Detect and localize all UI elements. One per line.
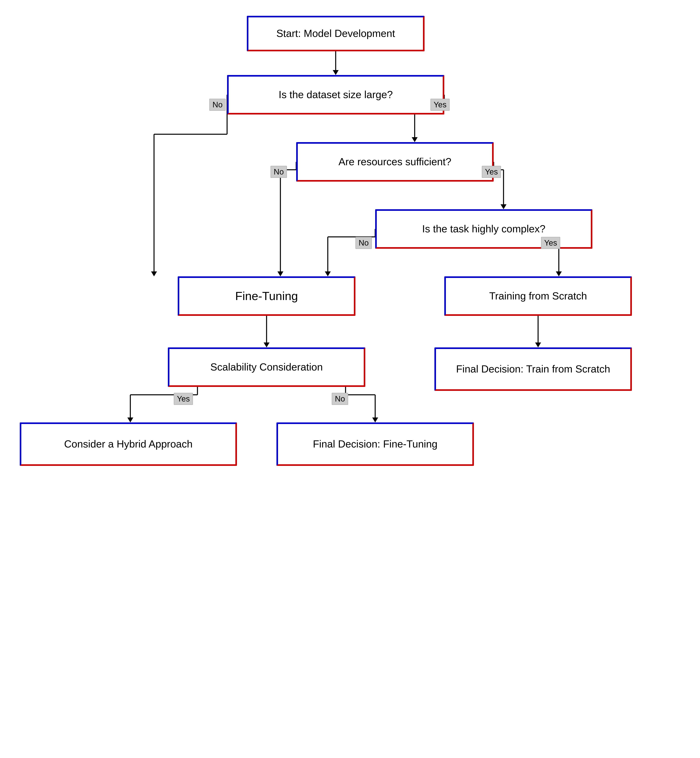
node-final-fine-label: Final Decision: Fine-Tuning xyxy=(313,437,438,451)
label-no2: No xyxy=(270,166,287,178)
node-train-scratch: Training from Scratch xyxy=(444,276,632,316)
node-final-fine: Final Decision: Fine-Tuning xyxy=(277,423,474,466)
node-q1-label: Is the dataset size large? xyxy=(279,88,393,101)
node-fine-tuning: Fine-Tuning xyxy=(178,276,355,316)
label-yes3: Yes xyxy=(541,237,560,249)
node-q3-label: Is the task highly complex? xyxy=(422,222,545,236)
svg-marker-9 xyxy=(151,271,157,276)
node-hybrid: Consider a Hybrid Approach xyxy=(20,423,237,466)
svg-marker-25 xyxy=(325,271,331,276)
svg-marker-29 xyxy=(535,343,541,348)
node-scalability-label: Scalability Consideration xyxy=(210,360,323,374)
node-train-scratch-label: Training from Scratch xyxy=(489,289,587,303)
svg-marker-17 xyxy=(277,271,283,276)
svg-marker-13 xyxy=(500,204,506,209)
node-scalability: Scalability Consideration xyxy=(168,348,365,387)
label-yes4: Yes xyxy=(174,393,193,405)
label-yes1: Yes xyxy=(430,99,450,111)
node-start-label: Start: Model Development xyxy=(276,27,395,40)
svg-marker-33 xyxy=(127,418,133,423)
node-final-scratch-label: Final Decision: Train from Scratch xyxy=(456,362,610,376)
label-no4: No xyxy=(332,393,348,405)
label-yes2: Yes xyxy=(482,166,501,178)
node-hybrid-label: Consider a Hybrid Approach xyxy=(64,437,192,451)
node-start: Start: Model Development xyxy=(247,16,425,51)
svg-marker-5 xyxy=(412,137,418,142)
label-no3: No xyxy=(355,237,372,249)
svg-marker-21 xyxy=(556,271,562,276)
node-q2-label: Are resources sufficient? xyxy=(339,155,451,168)
svg-marker-37 xyxy=(372,418,378,423)
node-final-scratch: Final Decision: Train from Scratch xyxy=(434,348,632,391)
node-q1: Is the dataset size large? xyxy=(227,75,444,114)
label-no1: No xyxy=(209,99,226,111)
node-fine-tuning-label: Fine-Tuning xyxy=(235,289,298,304)
flowchart: Start: Model Development Is the dataset … xyxy=(0,0,700,758)
node-q2: Are resources sufficient? xyxy=(296,142,494,182)
svg-marker-27 xyxy=(264,343,270,348)
svg-marker-1 xyxy=(333,70,339,75)
